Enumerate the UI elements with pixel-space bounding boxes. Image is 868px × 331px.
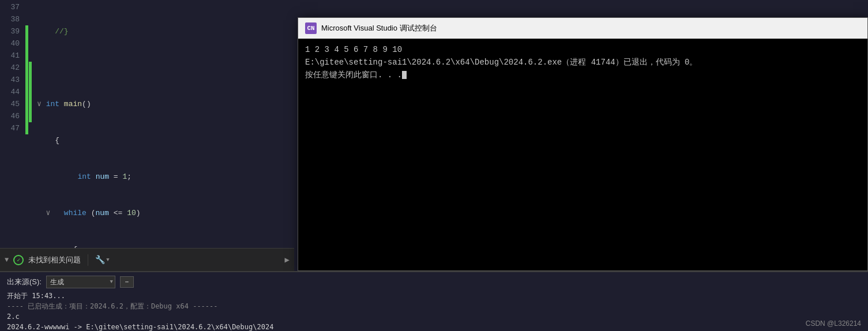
debug-app-icon: CN [305,22,317,34]
debug-output-line2: E:\gitee\setting-sai1\2024.6.2\x64\Debug… [305,56,861,69]
status-icon [13,255,24,265]
debug-titlebar: CN Microsoft Visual Studio 调试控制台 [298,18,867,39]
source-select-wrapper[interactable]: 生成 调试 输出 [46,276,115,288]
wrench-dropdown-arrow: ▼ [106,257,109,263]
build-output-text: 开始于 15:43... ---- 已启动生成：项目：2024.6.2，配置：D… [7,291,861,331]
build-file: 2.c [7,313,20,321]
csdn-watermark: CSDN @L326214 [806,319,861,328]
build-partial: 2024.6.2-wwwwwi -> E:\gitee\setting-sai1… [7,323,273,331]
source-select[interactable]: 生成 调试 输出 [46,276,115,288]
wrench-icon: 🔧 [95,255,105,265]
status-divider [88,254,88,266]
line-numbers: 37 38 39 40 41 42 43 44 45 46 47 [0,0,24,248]
build-panel: 出来源(S): 生成 调试 输出 ⋯ 开始于 15:43... ---- 已启动… [0,271,868,331]
dropdown-arrow-left[interactable]: ▼ [5,256,9,264]
debug-output: 1 2 3 4 5 6 7 8 9 10 E:\gitee\setting-sa… [298,39,867,270]
debug-output-line1: 1 2 3 4 5 6 7 8 9 10 [305,43,861,56]
output-options-button[interactable]: ⋯ [120,276,134,288]
build-timestamp: 开始于 15:43... [7,292,65,300]
source-label: 出来源(S): [7,277,42,287]
code-content: //} ∨ int main() { int num = 1; ∨ while … [35,0,294,248]
debug-console-window: CN Microsoft Visual Studio 调试控制台 1 2 3 4… [298,17,868,271]
debug-output-line3: 按任意键关闭此窗口. . . [305,69,861,81]
code-editor: 37 38 39 40 41 42 43 44 45 46 47 //} ∨ i… [0,0,294,248]
build-header: 出来源(S): 生成 调试 输出 ⋯ [7,276,861,288]
status-bar: ▼ 未找到相关问题 🔧 ▼ ▶ [0,248,294,271]
status-text: 未找到相关问题 [28,255,81,265]
editor-gutter [24,0,35,248]
nav-forward-arrow[interactable]: ▶ [285,255,290,265]
debug-window-title: Microsoft Visual Studio 调试控制台 [321,23,437,33]
build-separator: ---- 已启动生成：项目：2024.6.2，配置：Debug x64 ----… [7,302,218,310]
debug-cursor [402,71,407,79]
wrench-button[interactable]: 🔧 ▼ [95,255,109,265]
